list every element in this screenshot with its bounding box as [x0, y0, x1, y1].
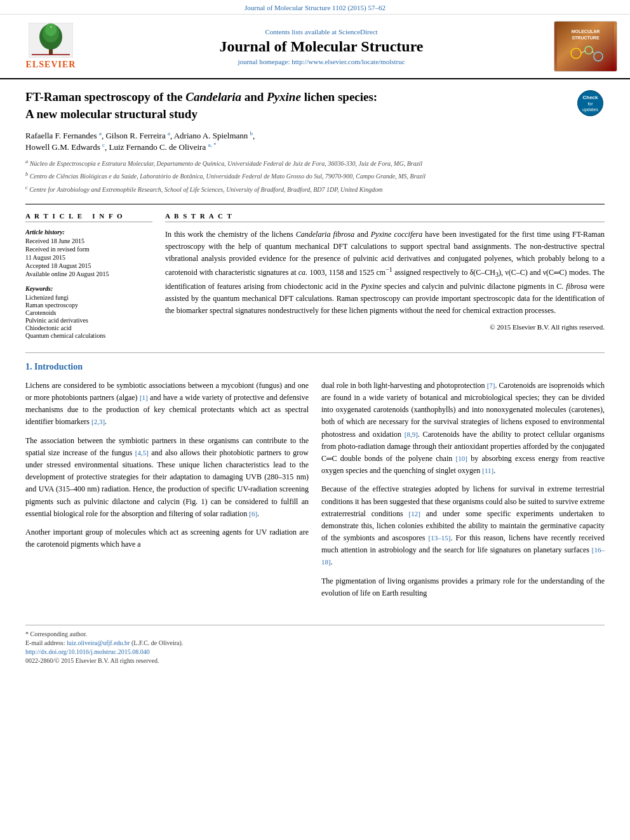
affiliation-b: b Centro de Ciências Biológicas e da Saú…: [25, 170, 605, 182]
affiliation-a: a Núcleo de Espectroscopia e Estrutura M…: [25, 157, 605, 169]
keyword-2: Raman spectroscopy: [25, 302, 152, 309]
intro-col-left: Lichens are considered to be symbiotic a…: [25, 380, 309, 606]
journal-title: Journal of Molecular Structure: [89, 38, 554, 55]
keywords-label: Keywords:: [25, 285, 152, 292]
keyword-5: Chiodectonic acid: [25, 324, 152, 331]
intro-col-right: dual role in both light-harvesting and p…: [321, 380, 605, 606]
journal-citation: Journal of Molecular Structure 1102 (201…: [245, 4, 385, 11]
keyword-6: Quantum chemical calculations: [25, 332, 152, 339]
keyword-3: Carotenoids: [25, 309, 152, 316]
intro-para-3: Another important group of molecules whi…: [25, 526, 309, 550]
ref-8-9: [8,9]: [405, 430, 418, 438]
svg-text:Check: Check: [582, 95, 598, 100]
copyright-notice: © 2015 Elsevier B.V. All rights reserved…: [165, 323, 605, 331]
elsevier-logo-section: ⚕ ELSEVIER: [13, 23, 89, 70]
footer-section: * Corresponding author. E-mail address: …: [25, 625, 605, 664]
article-content: FT-Raman spectroscopy of the Candelaria …: [0, 79, 630, 679]
intro-para-1: Lichens are considered to be symbiotic a…: [25, 380, 309, 429]
elsevier-brand: ELSEVIER: [26, 60, 76, 70]
ref-10: [10]: [456, 455, 467, 462]
article-info-heading: A R T I C L E I N F O: [25, 212, 152, 222]
crossmark-icon[interactable]: Check for updates: [576, 89, 605, 117]
sciencedirect-link[interactable]: ScienceDirect: [338, 28, 378, 36]
issn-line: 0022-2860/© 2015 Elsevier B.V. All right…: [25, 657, 605, 664]
article-title: FT-Raman spectroscopy of the Candelaria …: [25, 89, 576, 123]
keyword-4: Pulvinic acid derivatives: [25, 317, 152, 324]
revised-label: Received in revised form: [25, 246, 152, 253]
revised-date: 11 August 2015: [25, 254, 152, 261]
abstract-heading: A B S T R A C T: [165, 212, 605, 222]
ref-13-15: [13–15]: [429, 534, 451, 542]
history-label: Article history:: [25, 229, 152, 236]
intro-body: Lichens are considered to be symbiotic a…: [25, 380, 605, 606]
journal-homepage: journal homepage: http://www.elsevier.co…: [89, 58, 554, 65]
introduction-section: 1. Introduction Lichens are considered t…: [25, 352, 605, 606]
email-label: E-mail address:: [25, 639, 67, 646]
ref-11: [11]: [482, 467, 493, 474]
ref-6: [6]: [249, 510, 257, 517]
ref-1: [1]: [140, 394, 148, 401]
intro-heading: 1. Introduction: [25, 362, 605, 372]
intro-para-6: The pigmentation of living organisms pro…: [321, 575, 605, 599]
doi-link[interactable]: http://dx.doi.org/10.1016/j.molstruc.201…: [25, 648, 605, 655]
svg-text:STRUCTURE: STRUCTURE: [572, 36, 599, 40]
homepage-text: journal homepage:: [238, 58, 292, 65]
svg-text:updates: updates: [582, 107, 598, 112]
ref-4-5: [4,5]: [135, 449, 149, 457]
svg-text:MOLECULAR: MOLECULAR: [572, 29, 600, 34]
email-address[interactable]: luiz.oliveira@ufjf.edu.br: [67, 639, 130, 646]
intro-para-5: Because of the effective strategies adop…: [321, 483, 605, 568]
available-date: Available online 20 August 2015: [25, 270, 152, 277]
corresponding-author: * Corresponding author.: [25, 630, 605, 637]
header-center: Contents lists available at ScienceDirec…: [89, 28, 554, 65]
elsevier-tree-icon: ⚕: [29, 23, 73, 58]
intro-para-4: dual role in both light-harvesting and p…: [321, 380, 605, 477]
email-line: E-mail address: luiz.oliveira@ufjf.edu.b…: [25, 639, 605, 646]
ref-16-18: [16–18]: [321, 546, 605, 566]
abstract-body: In this work the chemistry of the lichen…: [165, 229, 605, 317]
homepage-url[interactable]: http://www.elsevier.com/locate/molstruc: [292, 58, 405, 65]
keyword-1: Lichenized fungi: [25, 294, 152, 301]
accepted-date: Accepted 18 August 2015: [25, 262, 152, 269]
contents-line: Contents lists available at ScienceDirec…: [89, 28, 554, 36]
authors-line: Rafaella F. Fernandes a, Gilson R. Ferre…: [25, 130, 605, 152]
journal-cover-image: MOLECULAR STRUCTURE: [554, 21, 617, 72]
svg-text:for: for: [587, 102, 593, 106]
email-suffix: (L.F.C. de Oliveira).: [130, 639, 183, 646]
affiliation-c: c Centre for Astrobiology and Extremophi…: [25, 183, 605, 195]
article-history-block: Article history: Received 18 June 2015 R…: [25, 229, 152, 277]
journal-header: ⚕ ELSEVIER Contents lists available at S…: [0, 15, 630, 79]
info-abstract-section: A R T I C L E I N F O Article history: R…: [25, 204, 605, 340]
top-bar: Journal of Molecular Structure 1102 (201…: [0, 0, 630, 15]
contents-text: Contents lists available at: [265, 28, 338, 36]
ref-7: [7]: [487, 382, 495, 389]
intro-para-2: The association between the symbiotic pa…: [25, 435, 309, 520]
affiliations: a Núcleo de Espectroscopia e Estrutura M…: [25, 157, 605, 195]
article-info-column: A R T I C L E I N F O Article history: R…: [25, 212, 152, 340]
keywords-block: Keywords: Lichenized fungi Raman spectro…: [25, 285, 152, 339]
elsevier-logo: ⚕ ELSEVIER: [26, 23, 76, 70]
ref-2-3: [2,3]: [91, 418, 105, 425]
ref-12: [12]: [409, 510, 420, 517]
abstract-column: A B S T R A C T In this work the chemist…: [165, 212, 605, 340]
title-section: FT-Raman spectroscopy of the Candelaria …: [25, 89, 605, 123]
cover-svg: MOLECULAR STRUCTURE: [557, 22, 614, 71]
received-date: Received 18 June 2015: [25, 237, 152, 244]
